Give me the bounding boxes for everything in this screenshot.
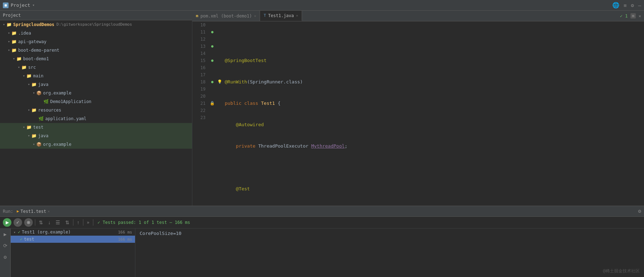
toolbar-divider-4: [93, 219, 93, 226]
maven-icon: m: [630, 13, 636, 19]
tree-item-test-org-example[interactable]: ▾ 📦 org.example: [0, 140, 192, 149]
tree-label-src: src: [28, 64, 36, 71]
test-method-label: test: [24, 237, 34, 242]
tree-item-main-java[interactable]: ▾ 📁 java: [0, 80, 192, 89]
pom-tab-label: pom.xml (boot-demo1): [201, 14, 252, 19]
tree-arrow: ▾: [21, 72, 26, 79]
tree-item-test-java[interactable]: ▾ 📁 java: [0, 132, 192, 140]
spring-icon: 🌿: [43, 98, 49, 105]
project-header-title: Project: [3, 13, 21, 18]
tree-item-api-gateway[interactable]: ▾ 📁 api-gateway: [0, 37, 192, 46]
tab-test1[interactable]: T Test1.java ✕: [260, 11, 302, 21]
next-button[interactable]: »: [85, 219, 91, 226]
minimize-icon[interactable]: —: [638, 2, 641, 8]
stop-button[interactable]: ⊗: [24, 218, 33, 227]
run-tab-close[interactable]: ✕: [48, 209, 50, 213]
tree-item-springclouddemos[interactable]: ▾ 📁 SpringcloudDemos D:\gitworkspace\Spr…: [0, 20, 192, 29]
code-line-16: [225, 164, 644, 171]
filter2-button[interactable]: ⇅: [64, 219, 71, 226]
folder-icon: 📁: [21, 64, 27, 71]
tree-path: D:\gitworkspace\SpringcloudDemos: [57, 21, 132, 28]
tree-item-boot-demo-parent[interactable]: ▾ 📁 boot-demo-parent: [0, 46, 192, 55]
folder-icon: 📁: [31, 107, 37, 114]
check-button[interactable]: ✓: [14, 218, 22, 227]
run-tab[interactable]: ▶ Test1.test ✕: [17, 209, 50, 214]
tab-pom[interactable]: m pom.xml (boot-demo1) ✕: [192, 11, 260, 21]
package-icon: 📦: [36, 89, 42, 97]
tree-label-demo1app: Demo1Application: [50, 98, 92, 105]
watermark: @稀土掘金技术社区: [603, 268, 640, 274]
folder-icon: 📁: [11, 30, 17, 37]
folder-icon: 📁: [26, 72, 32, 79]
code-editor[interactable]: 10 11 12 13 14 15 16 17 18 19 20 21 22 2…: [192, 21, 644, 206]
project-arrow[interactable]: ▾: [32, 3, 35, 7]
folder-icon: 📁: [26, 124, 32, 131]
run-left-icon-1[interactable]: ▶: [2, 230, 8, 238]
run-left-icon-3[interactable]: ⚙: [2, 253, 8, 261]
bottom-panel: Run: ▶ Test1.test ✕ ⚙ ▶ ✓ ⊗ ⇅ ↓ ☰ ⇅ ↑ » …: [0, 206, 644, 277]
folder-icon: 📁: [11, 38, 17, 45]
globe-icon[interactable]: 🌐: [612, 2, 619, 9]
tree-arrow: ▾: [11, 55, 16, 62]
tree-item-org-example[interactable]: ▾ 📦 org.example: [0, 89, 192, 97]
editor-area: m pom.xml (boot-demo1) ✕ T Test1.java ✕ …: [192, 11, 644, 206]
expand-arrow: ▾: [14, 230, 16, 234]
code-line-17: @Test: [225, 185, 644, 193]
bottom-settings-icon[interactable]: ⚙: [638, 208, 641, 214]
sort-button[interactable]: ⇅: [37, 219, 45, 226]
run-left-icons: ▶ ⟳ ⚙: [0, 229, 11, 277]
tree-item-application-yaml[interactable]: 🌿 application.yaml: [0, 114, 192, 123]
settings-icon[interactable]: ⚙: [631, 2, 634, 8]
test1-tab-close[interactable]: ✕: [296, 14, 298, 17]
test-item-label: Test1 (org.example): [22, 230, 71, 235]
test-tree: ▾ ✓ Test1 (org.example) 166 ms ✓ test 16…: [11, 229, 135, 277]
run-left-icon-2[interactable]: ⟳: [2, 241, 9, 250]
tree-item-resources[interactable]: ▾ 📁 resources: [0, 106, 192, 114]
tree-item-idea[interactable]: ▾ 📁 .idea: [0, 29, 192, 37]
tree-item-src[interactable]: ▾ 📁 src: [0, 63, 192, 72]
close-panel-icon[interactable]: ✕: [639, 14, 641, 19]
folder-icon: 📁: [31, 81, 37, 88]
tree-item-test[interactable]: ▾ 📁 test: [0, 123, 192, 132]
test-item-test1[interactable]: ▾ ✓ Test1 (org.example) 166 ms: [11, 229, 135, 236]
pom-tab-close[interactable]: ✕: [254, 14, 256, 18]
code-content[interactable]: @SpringBootTest @RunWith(SpringRunner.cl…: [223, 21, 644, 206]
top-bar-left: ■ Project ▾: [3, 2, 612, 8]
run-tab-bar: Run: ▶ Test1.test ✕ ⚙: [0, 206, 644, 217]
tree-arrow: ▾: [26, 132, 31, 139]
filter-button[interactable]: ☰: [54, 219, 62, 226]
tree-arrow: ▾: [16, 64, 21, 71]
test1-tab-label: Test1.java: [268, 13, 294, 18]
sort2-button[interactable]: ↓: [47, 219, 52, 226]
folder-icon: 📁: [6, 21, 12, 28]
run-toolbar: ▶ ✓ ⊗ ⇅ ↓ ☰ ⇅ ↑ » ✓ Tests passed: 1 of 1…: [0, 217, 644, 229]
up-button[interactable]: ↑: [76, 219, 81, 226]
menu-icon[interactable]: ≡: [624, 2, 627, 8]
code-line-14: @Autowired: [225, 121, 644, 128]
run-content: ▶ ⟳ ⚙ ▾ ✓ Test1 (org.example) 166 ms ✓ t…: [0, 229, 644, 277]
play-button[interactable]: ▶: [3, 218, 11, 227]
test-item-test[interactable]: ✓ test 166 ms: [11, 236, 135, 243]
tree-label-main: main: [33, 72, 43, 79]
run-tab-icon: ▶: [17, 209, 19, 214]
tree-arrow: ▾: [26, 107, 31, 114]
tree-arrow: ▾: [31, 89, 36, 97]
folder-icon: 📁: [31, 132, 37, 139]
tree-item-demo1application[interactable]: 🌿 Demo1Application: [0, 97, 192, 106]
main-layout: Project ▾ 📁 SpringcloudDemos D:\gitworks…: [0, 11, 644, 206]
project-icon: ■: [3, 2, 9, 8]
code-line-13: public class Test1 {: [225, 100, 644, 107]
tree-item-boot-demo1[interactable]: ▾ 📁 boot-demo1: [0, 55, 192, 63]
tree-label-org-example: org.example: [43, 89, 71, 97]
code-line-11: @SpringBootTest: [225, 57, 644, 64]
test-pass-badge: ✓ 1: [620, 14, 628, 19]
tree-item-main[interactable]: ▾ 📁 main: [0, 72, 192, 80]
tree-arrow: ▾: [31, 141, 36, 148]
yaml-icon: 🌿: [38, 115, 44, 122]
tree-label-test: test: [33, 124, 43, 131]
test-status: ✓ Tests passed: 1 of 1 test – 166 ms: [98, 220, 190, 225]
tab-bar: m pom.xml (boot-demo1) ✕ T Test1.java ✕ …: [192, 11, 644, 21]
tree-label-boot-demo1: boot-demo1: [23, 55, 49, 62]
run-tab-label: Test1.test: [21, 209, 46, 214]
hint-gutter: 💡: [216, 21, 223, 206]
